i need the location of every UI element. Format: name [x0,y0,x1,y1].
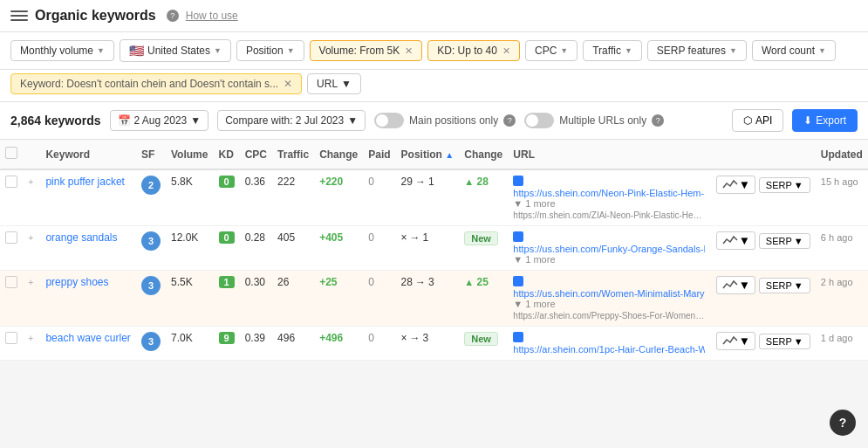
keywords-table-wrap: Keyword SF Volume KD CPC Traffic Change … [0,140,868,361]
row-1-serp-arrow: ▼ [794,180,803,190]
traffic-filter[interactable]: Traffic ▼ [583,40,642,61]
row-2-actions: ▼ SERP ▼ [716,231,810,250]
date-picker[interactable]: 📅 2 Aug 2023 ▼ [110,110,209,131]
help-icon[interactable]: ? [167,10,179,22]
row-4-pos-to: 3 [423,332,429,344]
col-paid[interactable]: Paid [363,140,395,169]
col-updated[interactable]: Updated [816,140,868,169]
col-keyword[interactable]: Keyword [40,140,136,169]
col-kd[interactable]: KD [214,140,240,169]
row-position-cell: 28 → 3 [396,271,460,327]
row-4-expand[interactable]: + [28,333,33,343]
col-volume[interactable]: Volume [166,140,214,169]
row-2-serp-btn[interactable]: SERP ▼ [759,233,810,249]
row-traffic-cell: 496 [272,327,314,361]
api-button[interactable]: ⬡ API [732,109,783,132]
row-kd-cell: 0 [214,226,240,271]
row-2-favicon [513,231,523,242]
word-count-filter[interactable]: Word count ▼ [752,40,836,61]
col-change[interactable]: Change [314,140,363,169]
how-to-use-link[interactable]: How to use [186,10,238,22]
main-positions-help[interactable]: ? [503,114,516,127]
main-positions-toggle[interactable] [374,113,404,128]
row-2-url-more[interactable]: ▼ 1 more [513,254,555,265]
row-3-serp-btn[interactable]: SERP ▼ [759,278,810,293]
row-paid-cell: 0 [363,327,395,361]
kd-filter[interactable]: KD: Up to 40 ✕ [427,40,520,61]
multiple-urls-toggle[interactable] [524,113,554,128]
row-4-serp-btn[interactable]: SERP ▼ [759,334,810,349]
row-checkbox-cell [0,169,23,226]
volume-from-close[interactable]: ✕ [405,45,413,57]
col-url[interactable]: URL [508,140,710,169]
compare-btn[interactable]: Compare with: 2 Jul 2023 ▼ [217,110,366,131]
row-1-trend-btn[interactable]: ▼ [716,176,755,194]
row-url-cell: https://us.shein.com/Women-Minimalist-Ma… [508,271,710,327]
row-4-kd: 9 [219,332,235,344]
row-4-keyword-link[interactable]: beach wave curler [45,332,130,344]
row-cpc-cell: 0.39 [240,327,272,361]
col-expand [23,140,40,169]
row-1-trend-arrow: ▼ [739,178,750,191]
kd-close[interactable]: ✕ [502,45,510,57]
col-traffic[interactable]: Traffic [272,140,314,169]
row-3-keyword-link[interactable]: preppy shoes [45,276,108,288]
multiple-urls-help[interactable]: ? [652,114,664,127]
url-filter-btn[interactable]: URL ▼ [307,73,361,94]
row-1-url-more[interactable]: ▼ 1 more [513,198,555,209]
row-expand-cell: + [23,169,40,226]
row-2-expand[interactable]: + [28,232,33,243]
row-1-expand[interactable]: + [28,176,33,187]
row-kd-cell: 9 [214,327,240,361]
volume-from-filter[interactable]: Volume: From 5K ✕ [310,40,423,61]
export-icon: ⬇ [803,114,812,127]
toggle-knob [376,114,388,127]
row-3-serp-label: SERP [766,280,792,291]
united-states-filter[interactable]: 🇺🇸 United States ▼ [120,39,231,62]
col-cpc[interactable]: CPC [240,140,272,169]
row-position-cell: × → 3 [396,327,460,361]
row-3-paid: 0 [368,276,374,288]
row-2-sf: 3 [141,231,161,251]
export-button[interactable]: ⬇ Export [792,109,858,132]
row-1-url-primary[interactable]: https://us.shein.com/Neon-Pink-Elastic-H… [513,188,705,198]
row-4-url-primary[interactable]: https://ar.shein.com/1pc-Hair-Curler-Bea… [513,344,705,355]
row-2-keyword-link[interactable]: orange sandals [45,231,117,244]
row-3-url-primary[interactable]: https://us.shein.com/Women-Minimalist-Ma… [513,288,705,299]
row-4-checkbox[interactable] [5,332,17,344]
row-3-checkbox[interactable] [5,276,17,288]
row-1-keyword-link[interactable]: pink puffer jacket [45,176,125,188]
menu-icon[interactable] [10,7,28,24]
row-volume-cell: 5.5K [166,271,214,327]
serp-features-filter[interactable]: SERP features ▼ [647,40,747,61]
row-2-trend-btn[interactable]: ▼ [716,231,755,250]
row-4-position-flow: × → 3 [401,332,455,344]
col-sf[interactable]: SF [136,140,166,169]
row-3-url-more[interactable]: ▼ 1 more [513,299,555,309]
row-poschange-cell: New [459,327,508,361]
row-3-updated: 2 h ago [821,277,853,287]
row-sf-cell: 2 [136,169,166,226]
row-3-expand[interactable]: + [28,277,33,287]
row-1-serp-btn[interactable]: SERP ▼ [759,177,810,193]
col-position-change[interactable]: Change [459,140,508,169]
keyword-filter-close[interactable]: ✕ [284,78,292,90]
col-position[interactable]: Position ▲ [396,140,460,169]
cpc-filter[interactable]: CPC ▼ [525,40,578,61]
row-1-updated: 15 h ago [821,176,858,187]
row-position-cell: × → 1 [396,226,460,271]
row-1-paid: 0 [368,176,374,188]
row-1-checkbox[interactable] [5,176,17,188]
united-states-arrow: ▼ [214,46,222,55]
position-filter[interactable]: Position ▼ [236,40,304,61]
row-4-trend-btn[interactable]: ▼ [716,332,755,350]
row-1-volume: 5.8K [171,176,193,188]
row-3-trend-btn[interactable]: ▼ [716,276,755,294]
row-kd-cell: 1 [214,271,240,327]
row-2-url-primary[interactable]: https://us.shein.com/Funky-Orange-Sandal… [513,244,705,254]
monthly-volume-filter[interactable]: Monthly volume ▼ [10,40,114,61]
row-2-checkbox[interactable] [5,231,17,244]
select-all-checkbox[interactable] [5,147,17,159]
trend-chart-icon [721,335,739,348]
cpc-arrow: ▼ [560,46,568,55]
